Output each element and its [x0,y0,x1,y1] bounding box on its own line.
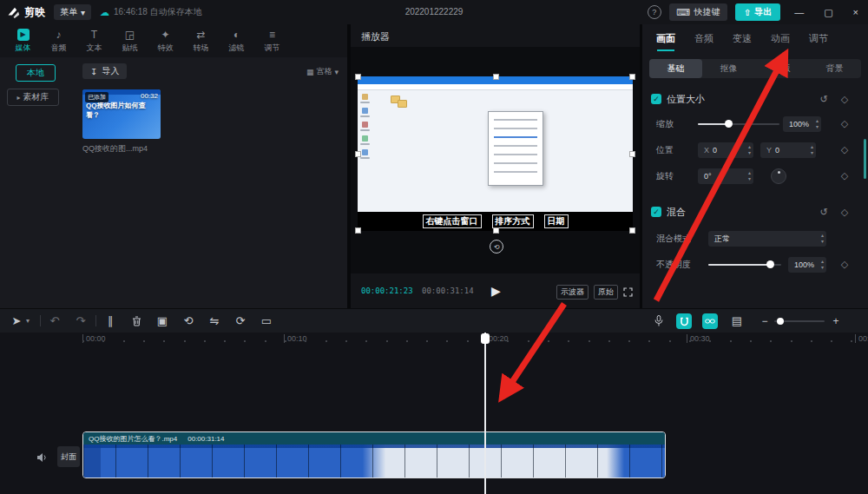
keyframe-icon[interactable]: ◇ [838,205,851,219]
checkbox-position-size[interactable]: ✓ [651,94,661,104]
menu-button[interactable]: 菜单 ▾ [54,4,91,20]
split-button[interactable]: ∥ [102,309,118,333]
ratio-original-button[interactable]: 原始 [594,285,618,300]
selection-handle[interactable] [355,74,361,80]
blend-mode-select[interactable]: 正常 ▴▾ [708,231,826,247]
cover-button[interactable]: 封面 [57,446,80,467]
scrollbar[interactable] [864,139,866,179]
stepper-up-icon[interactable]: ▴ [816,118,819,124]
rotation-value-stepper[interactable]: 0° ▴▾ [698,168,753,184]
snap-toggle-button[interactable] [676,313,692,329]
play-button[interactable]: ▶ [491,284,501,298]
position-x-stepper[interactable]: X0 ▴▾ [698,142,753,158]
preview-axis-button[interactable]: ▤ [729,309,745,333]
keyframe-icon[interactable]: ◇ [838,257,851,271]
selection-handle[interactable] [629,227,635,234]
import-button[interactable]: ↧ 导入 [82,63,127,79]
ruler-ticks [82,340,868,342]
mute-track-icon[interactable] [36,451,48,466]
media-item-thumbnail[interactable]: QQ接收图片如何查看？ 已添加 00:32 [82,89,161,139]
keyframe-icon[interactable]: ◇ [838,116,851,130]
tab-effects[interactable]: ✦ 特效 [148,24,183,57]
keyframe-icon[interactable]: ◇ [838,92,851,106]
tab-audio[interactable]: ♪ 音频 [41,24,76,57]
zoom-in-button[interactable]: + [828,309,844,333]
cloud-icon: ☁ [100,7,109,18]
scope-button[interactable]: 示波器 [556,285,589,300]
view-mode-toggle[interactable]: ▦ 宫格 ▾ [306,66,339,77]
subtab-background[interactable]: 背景 [808,59,861,78]
timeline[interactable]: 00:00 00:10 00:20 00:30 00:40 封面 QQ接收的图片… [0,333,868,494]
subtab-cutout[interactable]: 抠像 [702,59,755,78]
rotation-dial[interactable] [771,168,786,184]
subtab-mask[interactable]: 蒙版 [755,59,808,78]
keyframe-icon[interactable]: ◇ [838,168,851,182]
crop-button[interactable]: ▭ [259,309,274,333]
selection-handle[interactable] [629,151,635,157]
opacity-slider-knob[interactable] [766,260,774,268]
select-tool-button[interactable]: ➤ [9,309,24,333]
scale-value-stepper[interactable]: 100% ▴▾ [783,116,821,132]
select-tool-caret[interactable]: ▾ [26,309,30,333]
playhead-line[interactable] [484,333,486,494]
tab-sticker[interactable]: ◲ 贴纸 [112,24,148,57]
checkbox-blend[interactable]: ✓ [651,207,661,217]
opacity-slider[interactable] [708,257,781,273]
app-logo-icon [7,6,20,19]
app-logo: 剪映 [7,0,45,24]
maximize-button[interactable]: ▢ [818,7,838,18]
reset-icon[interactable]: ↺ [818,205,830,219]
tab-animation[interactable]: 动画 [771,32,790,45]
selection-handle[interactable] [355,227,361,234]
link-toggle-button[interactable] [702,313,718,329]
fullscreen-icon[interactable] [623,287,633,297]
delete-button[interactable] [128,309,144,333]
added-badge: 已添加 [85,92,108,102]
export-button[interactable]: ⇧ 导出 [735,3,780,21]
playhead-handle[interactable] [481,333,490,344]
record-voiceover-button[interactable] [651,309,667,333]
reverse-button[interactable]: ⟲ [181,309,196,333]
selection-handle[interactable] [355,151,361,157]
timeline-zoom-slider[interactable] [774,313,825,329]
close-button[interactable]: × [847,7,865,17]
tab-adjust[interactable]: ≡ 调节 [254,24,290,57]
selection-handle[interactable] [629,74,635,80]
video-preview[interactable]: 右键点击窗口 排序方式 日期 [358,76,633,231]
video-clip[interactable]: QQ接收的图片怎么看？.mp4 00:00:31:14 [82,431,666,478]
tab-picture[interactable]: 画面 [656,32,675,45]
keyframe-icon[interactable]: ◇ [838,142,851,156]
tab-text[interactable]: T 文本 [76,24,112,57]
freeze-frame-button[interactable]: ▣ [155,309,170,333]
tab-transition[interactable]: ⇄ 转场 [183,24,219,57]
source-library-button[interactable]: ▸ 素材库 [7,89,59,106]
redo-button[interactable]: ↷ [73,309,89,333]
tab-audio-props[interactable]: 音频 [694,32,713,45]
selection-handle[interactable] [493,227,499,234]
scale-slider[interactable] [698,116,779,132]
source-local-button[interactable]: 本地 [16,64,56,82]
shortcuts-button[interactable]: ⌨ 快捷键 [669,3,727,21]
zoom-out-button[interactable]: − [757,309,773,333]
help-button[interactable]: ? [648,5,661,19]
selection-handle[interactable] [493,74,499,80]
mirror-button[interactable]: ⇋ [207,309,222,333]
subtab-basic[interactable]: 基础 [649,59,702,78]
opacity-value-stepper[interactable]: 100% ▴▾ [788,257,826,273]
thumbnail-burned-title: QQ接收图片如何查看？ [86,101,155,120]
zoom-slider-knob[interactable] [777,318,784,325]
position-y-stepper[interactable]: Y0 ▴▾ [760,142,816,158]
rotate-handle[interactable]: ⟲ [490,240,503,254]
scale-slider-knob[interactable] [725,120,733,128]
reset-icon[interactable]: ↺ [818,92,830,106]
rotate-button[interactable]: ⟳ [233,309,248,333]
stepper-down-icon[interactable]: ▾ [816,124,819,130]
tab-speed[interactable]: 变速 [733,32,752,45]
tab-media[interactable]: ▶ 媒体 [5,24,41,57]
export-icon: ⇧ [744,8,751,17]
tab-filter[interactable]: ◐ 滤镜 [219,24,254,57]
grid-icon: ▦ [306,68,314,76]
undo-button[interactable]: ↶ [47,309,62,333]
tab-adjust-props[interactable]: 调节 [809,32,828,45]
minimize-button[interactable]: — [788,7,810,17]
